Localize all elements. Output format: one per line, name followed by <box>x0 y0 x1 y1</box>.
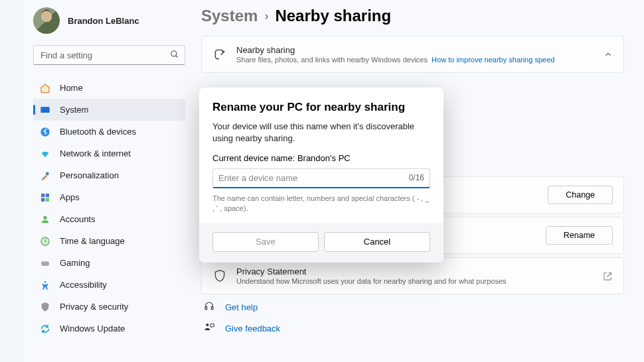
device-name-input[interactable] <box>218 173 409 183</box>
nav-label: Apps <box>60 192 80 202</box>
nav-item-privacy[interactable]: Privacy & security <box>33 296 185 318</box>
nav-list: Home System Bluetooth & devices Network … <box>33 77 185 339</box>
nav-label: Privacy & security <box>60 302 128 312</box>
nav-item-network[interactable]: Network & internet <box>33 143 185 164</box>
svg-rect-14 <box>211 307 213 310</box>
svg-line-1 <box>176 56 178 58</box>
rename-modal: Rename your PC for nearby sharing Your d… <box>199 88 443 263</box>
nav-label: System <box>60 105 88 115</box>
nav-item-home[interactable]: Home <box>33 77 185 99</box>
nav-label: Gaming <box>60 258 90 268</box>
help-link-row[interactable]: Get help <box>201 298 624 316</box>
nav-item-bluetooth[interactable]: Bluetooth & devices <box>33 121 185 143</box>
header-link[interactable]: How to improve nearby sharing speed <box>432 56 554 64</box>
nav-item-time[interactable]: Time & language <box>33 230 185 252</box>
share-icon <box>212 47 227 62</box>
nav-label: Network & internet <box>60 149 131 158</box>
breadcrumb-current: Nearby sharing <box>275 7 391 25</box>
cancel-button[interactable]: Cancel <box>324 232 430 252</box>
shield-icon <box>40 302 50 312</box>
user-name: Brandon LeBlanc <box>68 16 139 26</box>
feedback-link-row[interactable]: Give feedback <box>201 320 624 337</box>
sidebar: Brandon LeBlanc Home System Bluetooth & … <box>24 0 195 362</box>
search-container <box>33 45 185 65</box>
save-button[interactable]: Save <box>212 232 319 252</box>
rename-button[interactable]: Rename <box>546 226 613 245</box>
svg-rect-5 <box>41 194 44 197</box>
svg-rect-13 <box>205 307 207 310</box>
svg-rect-4 <box>46 172 48 175</box>
nav-label: Accessibility <box>60 280 107 290</box>
person-icon <box>40 214 50 225</box>
headset-icon <box>204 301 216 313</box>
avatar <box>33 7 60 34</box>
nav-item-accounts[interactable]: Accounts <box>33 208 185 230</box>
header-card: Nearby sharing Share files, photos, and … <box>201 36 624 73</box>
shield-outline-icon <box>212 269 227 283</box>
feedback-icon <box>204 322 216 334</box>
privacy-card[interactable]: Privacy Statement Understand how Microso… <box>201 257 624 294</box>
nav-label: Time & language <box>60 236 125 246</box>
accessibility-icon <box>40 280 50 290</box>
profile-block[interactable]: Brandon LeBlanc <box>33 5 185 36</box>
search-icon <box>170 50 179 59</box>
nav-label: Personalization <box>60 170 119 180</box>
bluetooth-icon <box>40 127 50 137</box>
update-icon <box>40 324 50 334</box>
apps-icon <box>40 192 50 203</box>
modal-actions: Save Cancel <box>199 223 443 263</box>
change-button[interactable]: Change <box>548 186 613 204</box>
svg-point-9 <box>43 215 46 219</box>
char-counter: 0/16 <box>409 173 424 183</box>
svg-point-15 <box>206 324 208 326</box>
nav-label: Windows Update <box>60 324 125 333</box>
header-sub: Share files, photos, and links with near… <box>236 56 594 64</box>
svg-rect-2 <box>40 107 49 113</box>
breadcrumb: System › Nearby sharing <box>201 7 624 25</box>
nav-label: Bluetooth & devices <box>60 127 136 137</box>
svg-rect-6 <box>46 194 49 197</box>
search-input[interactable] <box>33 45 185 65</box>
nav-item-gaming[interactable]: Gaming <box>33 252 185 274</box>
nav-label: Accounts <box>60 214 95 224</box>
svg-point-12 <box>44 281 46 283</box>
home-icon <box>40 83 50 93</box>
nav-item-personalization[interactable]: Personalization <box>33 164 185 186</box>
svg-rect-7 <box>41 198 44 201</box>
nav-item-system[interactable]: System <box>33 99 185 121</box>
device-name-field: 0/16 <box>212 168 430 188</box>
modal-desc: Your device will use this name when it's… <box>212 121 430 144</box>
wifi-icon <box>40 149 50 159</box>
nav-item-apps[interactable]: Apps <box>33 186 185 208</box>
privacy-sub: Understand how Microsoft uses your data … <box>236 277 594 285</box>
help-link[interactable]: Get help <box>225 302 258 312</box>
svg-rect-8 <box>46 198 49 201</box>
chevron-up-icon[interactable] <box>604 50 613 59</box>
brush-icon <box>40 170 50 181</box>
nav-label: Home <box>60 83 83 93</box>
feedback-link[interactable]: Give feedback <box>225 324 280 333</box>
system-icon <box>40 105 50 115</box>
header-title: Nearby sharing <box>236 45 594 55</box>
clock-icon <box>40 236 50 247</box>
gaming-icon <box>40 258 50 269</box>
nav-item-accessibility[interactable]: Accessibility <box>33 274 185 296</box>
breadcrumb-parent[interactable]: System <box>201 7 258 25</box>
nav-item-update[interactable]: Windows Update <box>33 318 185 339</box>
modal-current-name: Current device name: Brandon's PC <box>212 153 430 163</box>
privacy-title: Privacy Statement <box>236 267 594 276</box>
svg-point-0 <box>171 51 177 56</box>
modal-title: Rename your PC for nearby sharing <box>212 101 430 114</box>
chevron-right-icon: › <box>264 9 268 23</box>
external-link-icon <box>603 271 613 281</box>
modal-hint: The name can contain letter, numbers and… <box>212 194 430 213</box>
svg-rect-11 <box>41 261 49 266</box>
